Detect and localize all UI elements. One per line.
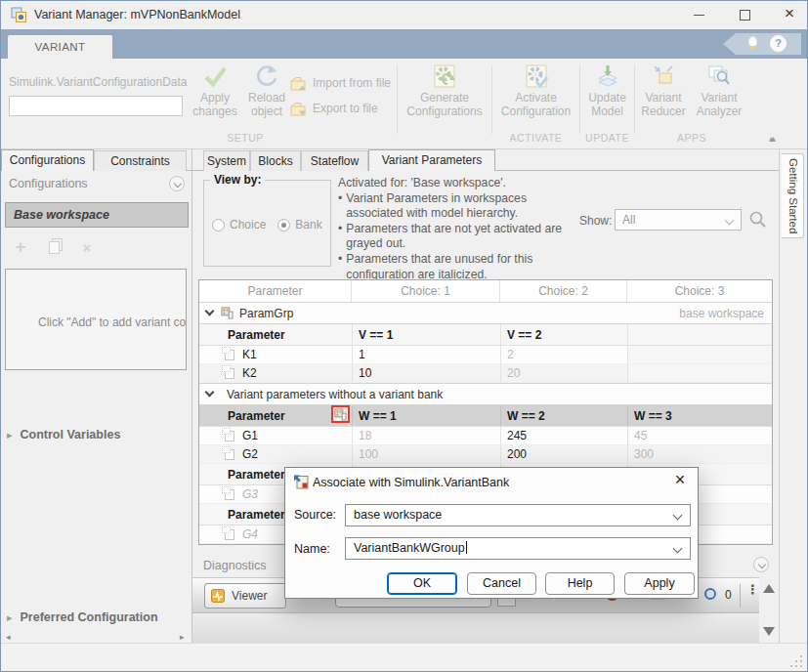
preferred-configuration-section[interactable]: Preferred Configuration xyxy=(7,610,158,624)
cancel-button[interactable]: Cancel xyxy=(467,572,536,595)
activate-configuration-icon xyxy=(524,63,549,89)
group-name: Variant parameters without a variant ban… xyxy=(227,388,443,401)
tab-variant-parameters[interactable]: Variant Parameters xyxy=(368,149,495,171)
minimize-button[interactable] xyxy=(683,1,716,28)
tips-lightbulb-icon[interactable] xyxy=(748,36,757,47)
subheader-cell xyxy=(627,324,772,345)
resize-grip[interactable] xyxy=(789,654,802,667)
control-variables-section[interactable]: Control Variables xyxy=(7,428,120,441)
apply-changes-button[interactable]: Apply changes xyxy=(189,63,241,118)
table-subheader-row[interactable]: ParameterW == 1W == 2W == 3 xyxy=(199,405,772,427)
table-row[interactable]: K21020 xyxy=(199,364,772,383)
radio-bank[interactable] xyxy=(277,219,290,231)
update-model-button[interactable]: Update Model xyxy=(581,63,633,118)
column-header-choice1[interactable]: Choice: 1 xyxy=(352,280,500,302)
help-icon[interactable] xyxy=(770,35,787,52)
configurations-list[interactable]: Click "Add" to add variant configu xyxy=(5,269,187,370)
parameter-icon xyxy=(225,529,234,540)
info-bullet: Parameters that are not yet activated ar… xyxy=(338,222,584,252)
toolbar-divider xyxy=(397,65,398,134)
close-button[interactable] xyxy=(773,1,806,28)
parameter-name-cell: K1 xyxy=(199,346,352,363)
subheader-cell: Parameter xyxy=(199,405,352,426)
tab-system[interactable]: System xyxy=(203,150,250,171)
table-row[interactable]: K112 xyxy=(199,346,772,364)
radio-choice[interactable] xyxy=(212,219,225,231)
generate-configurations-icon xyxy=(432,63,457,89)
scroll-down-icon[interactable] xyxy=(763,627,775,636)
radio-choice-label: Choice xyxy=(230,218,266,231)
table-subheader-row[interactable]: ParameterV == 1V == 2 xyxy=(199,324,772,346)
bullet-icon xyxy=(338,191,346,222)
associate-variant-bank-dialog: Associate with Simulink.VariantBank Sour… xyxy=(284,467,699,599)
diagnostics-collapse-icon[interactable] xyxy=(753,557,769,572)
parameter-value-cell: 300 xyxy=(627,445,772,463)
parameter-value-cell: 18 xyxy=(352,427,500,444)
config-data-input[interactable] xyxy=(9,96,183,116)
more-options-icon[interactable] xyxy=(746,582,759,597)
table-row[interactable]: G11824545 xyxy=(199,427,772,445)
name-combobox[interactable]: VariantBankWGroup xyxy=(345,537,691,560)
delete-configuration-button[interactable]: × xyxy=(73,235,101,261)
generate-configurations-button[interactable]: Generate Configurations xyxy=(399,63,490,118)
section-collapse-icon[interactable] xyxy=(169,176,185,191)
copy-configuration-button[interactable] xyxy=(40,235,67,261)
scroll-right-icon[interactable]: ▸ xyxy=(180,632,185,642)
scroll-up-icon[interactable] xyxy=(763,584,775,593)
chevron-down-icon[interactable] xyxy=(205,307,215,316)
ribbon-toolbar: Simulink.VariantConfigurationData Apply … xyxy=(1,59,807,149)
parameter-icon xyxy=(225,350,234,360)
base-workspace-item[interactable]: Base workspace xyxy=(5,202,189,228)
configurations-panel: Configurations Constraints Configuration… xyxy=(1,149,192,643)
collapse-ribbon-icon[interactable] xyxy=(769,133,773,144)
toolbar-divider xyxy=(579,65,580,134)
plus-icon: + xyxy=(15,236,25,257)
table-group-row[interactable]: ParamGrpbase workspace xyxy=(199,302,772,324)
parameter-icon xyxy=(225,368,234,379)
show-dropdown[interactable]: All xyxy=(615,209,742,231)
reload-object-button[interactable]: Reload object xyxy=(242,63,291,118)
help-button[interactable]: Help xyxy=(545,572,615,595)
variant-bank-icon xyxy=(334,408,347,421)
column-header-choice3[interactable]: Choice: 3 xyxy=(627,280,772,302)
info-count-icon[interactable] xyxy=(704,588,716,600)
group-source-label: base workspace xyxy=(679,307,772,320)
table-group-row[interactable]: Variant parameters without a variant ban… xyxy=(199,383,772,405)
tab-blocks[interactable]: Blocks xyxy=(250,150,301,171)
tab-stateflow[interactable]: Stateflow xyxy=(301,150,368,171)
scroll-left-icon[interactable]: ◂ xyxy=(6,632,11,642)
variant-reducer-button[interactable]: Variant Reducer xyxy=(636,63,691,118)
view-by-options: Choice Bank xyxy=(212,218,322,231)
subheader-cell: Parameter xyxy=(199,324,352,345)
statusbar xyxy=(1,643,807,672)
tab-constraints[interactable]: Constraints xyxy=(94,150,187,171)
import-from-file-button[interactable]: Import from file xyxy=(290,72,391,94)
bullet-icon xyxy=(338,252,346,282)
export-to-file-button[interactable]: Export to file xyxy=(290,98,391,119)
variant-bank-icon xyxy=(221,307,234,319)
search-icon[interactable] xyxy=(748,210,768,230)
add-configuration-button[interactable]: + xyxy=(7,235,34,261)
activated-for-line: Activated for: 'Base workspace'. xyxy=(338,176,584,191)
maximize-button[interactable] xyxy=(728,1,761,28)
variant-analyzer-button[interactable]: Variant Analyzer xyxy=(691,63,747,118)
source-dropdown[interactable]: base workspace xyxy=(345,504,691,526)
activate-configuration-button[interactable]: Activate Configuration xyxy=(493,63,578,118)
associate-bank-button[interactable] xyxy=(331,405,350,423)
column-header-choice2[interactable]: Choice: 2 xyxy=(500,280,627,302)
apply-button[interactable]: Apply xyxy=(624,572,695,595)
ok-button[interactable]: OK xyxy=(387,572,457,595)
diagnostics-content xyxy=(192,613,759,643)
subheader-cell: W == 1 xyxy=(352,405,500,426)
dialog-close-button[interactable] xyxy=(666,468,694,493)
tab-configurations[interactable]: Configurations xyxy=(1,149,94,171)
chevron-down-icon[interactable] xyxy=(205,388,215,398)
viewer-button[interactable]: Viewer xyxy=(204,583,286,609)
toolbar-divider xyxy=(740,584,741,608)
activation-info: Activated for: 'Base workspace'. Variant… xyxy=(338,176,584,282)
config-data-label: Simulink.VariantConfigurationData xyxy=(9,75,188,89)
tab-variant-manager[interactable]: VARIANT MANAGER xyxy=(8,35,112,59)
table-row[interactable]: G2100200300 xyxy=(199,445,772,464)
tab-getting-started[interactable]: Getting Started xyxy=(782,153,804,238)
column-header-parameter[interactable]: Parameter xyxy=(199,280,352,302)
